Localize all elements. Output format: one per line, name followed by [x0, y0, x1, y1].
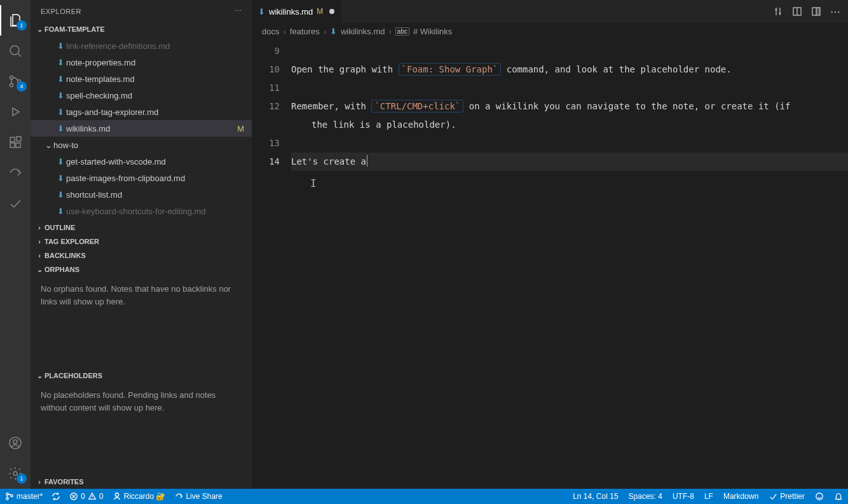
sidebar: EXPLORER ⋯ ⌄ FOAM-TEMPLATE ⬇link-referen…	[31, 0, 252, 489]
breadcrumb-item[interactable]: wikilinks.md	[341, 27, 385, 36]
svg-point-19	[816, 493, 823, 500]
markdown-icon: ⬇	[55, 174, 66, 183]
markdown-icon: ⬇	[55, 190, 66, 200]
activity-extensions[interactable]	[0, 127, 31, 158]
placeholders-header[interactable]: ⌄PLACEHOLDERS	[31, 369, 252, 383]
status-feedback-icon[interactable]	[815, 492, 824, 501]
markdown-icon: ⬇	[55, 74, 66, 84]
breadcrumb-item[interactable]: features	[290, 27, 320, 36]
status-encoding[interactable]: UTF-8	[673, 492, 694, 501]
breadcrumbs[interactable]: docs › features › ⬇ wikilinks.md › abc #…	[252, 23, 848, 39]
file-row[interactable]: ⬇paste-images-from-clipboard.md	[31, 170, 252, 186]
activity-check[interactable]	[0, 188, 31, 219]
activity-settings[interactable]: 1	[0, 458, 31, 489]
status-position[interactable]: Ln 14, Col 15	[573, 492, 618, 501]
chevron-down-icon: ⌄	[34, 266, 44, 274]
markdown-icon: ⬇	[258, 7, 265, 17]
activity-explorer[interactable]: 1	[0, 5, 31, 36]
chevron-down-icon: ⌄	[43, 140, 53, 150]
svg-point-15	[6, 498, 9, 500]
tab-modified-badge: M	[317, 7, 323, 16]
activity-scm[interactable]: 4	[0, 66, 31, 97]
file-row[interactable]: ⬇shortcut-list.md	[31, 186, 252, 203]
status-bell-icon[interactable]	[834, 492, 843, 501]
orphans-header[interactable]: ⌄ORPHANS	[31, 262, 252, 276]
split-preview-icon[interactable]	[792, 6, 802, 17]
svg-point-1	[10, 76, 13, 79]
svg-point-10	[13, 472, 17, 475]
chevron-right-icon: ›	[34, 238, 44, 245]
scm-badge: 4	[17, 81, 27, 92]
breadcrumb-item[interactable]: # Wikilinks	[413, 27, 452, 36]
chevron-down-icon: ⌄	[34, 25, 44, 34]
file-row[interactable]: ⬇spell-checking.md	[31, 87, 252, 104]
file-row[interactable]: ⬇tags-and-tag-explorer.md	[31, 104, 252, 120]
chevron-right-icon: ›	[324, 27, 326, 36]
status-user[interactable]: Riccardo 🔐	[113, 492, 166, 501]
activity-account[interactable]	[0, 428, 31, 458]
split-editor-icon[interactable]	[811, 6, 821, 17]
activity-bar: 1 4 1	[0, 0, 31, 489]
file-row-active[interactable]: ⬇wikilinks.mdM	[31, 120, 252, 137]
svg-point-2	[10, 84, 13, 87]
line-gutter: 9 10 11 12 13 14	[252, 39, 291, 489]
modified-badge: M	[237, 124, 244, 133]
editor-body[interactable]: 9 10 11 12 13 14 Open the graph with `Fo…	[252, 39, 848, 489]
markdown-icon: ⬇	[55, 58, 66, 67]
folder-row[interactable]: ⌄how-to	[31, 137, 252, 153]
tab-bar: ⬇ wikilinks.md M ⋯	[252, 0, 848, 23]
activity-debug[interactable]	[0, 97, 31, 127]
sidebar-title: EXPLORER ⋯	[31, 0, 252, 22]
svg-point-18	[115, 493, 118, 496]
favorites-header[interactable]: ›FAVORITES	[31, 475, 252, 489]
chevron-right-icon: ›	[388, 27, 391, 36]
status-errors[interactable]: 0 0	[69, 492, 103, 501]
svg-rect-7	[17, 137, 21, 141]
status-liveshare[interactable]: Live Share	[174, 492, 222, 501]
file-row[interactable]: ⬇note-properties.md	[31, 54, 252, 71]
file-row[interactable]: ⬇note-templates.md	[31, 71, 252, 87]
svg-rect-4	[10, 137, 15, 142]
file-row[interactable]: ⬇get-started-with-vscode.md	[31, 153, 252, 170]
status-spaces[interactable]: Spaces: 4	[629, 492, 662, 501]
markdown-icon: ⬇	[55, 157, 66, 167]
outline-header[interactable]: ›OUTLINE	[31, 221, 252, 235]
status-language[interactable]: Markdown	[723, 492, 758, 501]
markdown-icon: ⬇	[55, 91, 66, 100]
file-row[interactable]: ⬇use-keyboard-shortcuts-for-editing.md	[31, 203, 252, 219]
editor-pane: ⬇ wikilinks.md M ⋯ docs › features › ⬇ w…	[252, 0, 848, 489]
breadcrumb-item[interactable]: docs	[262, 27, 279, 36]
tab-active[interactable]: ⬇ wikilinks.md M	[252, 0, 341, 23]
tag-explorer-header[interactable]: ›TAG EXPLORER	[31, 235, 252, 249]
inline-code: `Foam: Show Graph`	[399, 63, 502, 76]
chevron-right-icon: ›	[34, 478, 44, 486]
placeholders-body: No placeholders found. Pending links and…	[31, 383, 252, 420]
status-branch[interactable]: master*	[5, 492, 43, 501]
dirty-indicator-icon	[329, 9, 334, 14]
project-header[interactable]: ⌄ FOAM-TEMPLATE	[31, 22, 252, 36]
markdown-icon: ⬇	[55, 41, 66, 51]
svg-rect-13	[817, 8, 819, 15]
status-prettier[interactable]: Prettier	[769, 492, 805, 501]
sidebar-more-icon[interactable]: ⋯	[235, 7, 242, 15]
activity-share[interactable]	[0, 158, 31, 188]
status-bar: master* 0 0 Riccardo 🔐 Live Share Ln 14,…	[0, 489, 848, 504]
status-eol[interactable]: LF	[704, 492, 713, 501]
chevron-right-icon: ›	[34, 252, 44, 259]
svg-point-9	[13, 440, 17, 444]
markdown-icon: ⬇	[55, 107, 66, 117]
backlinks-header[interactable]: ›BACKLINKS	[31, 249, 252, 262]
status-sync[interactable]	[51, 492, 60, 501]
symbol-icon: abc	[395, 27, 409, 36]
settings-badge: 1	[17, 473, 27, 484]
ibeam-cursor-icon: I	[310, 174, 317, 193]
markdown-icon: ⬇	[330, 27, 337, 36]
code-area[interactable]: Open the graph with `Foam: Show Graph` c…	[291, 39, 848, 489]
chevron-right-icon: ›	[283, 27, 285, 36]
activity-search[interactable]	[0, 36, 31, 66]
markdown-icon: ⬇	[55, 124, 66, 133]
tab-filename: wikilinks.md	[269, 7, 313, 17]
file-row[interactable]: ⬇link-reference-definitions.md	[31, 37, 252, 54]
compare-changes-icon[interactable]	[773, 6, 783, 17]
more-actions-icon[interactable]: ⋯	[830, 6, 840, 18]
